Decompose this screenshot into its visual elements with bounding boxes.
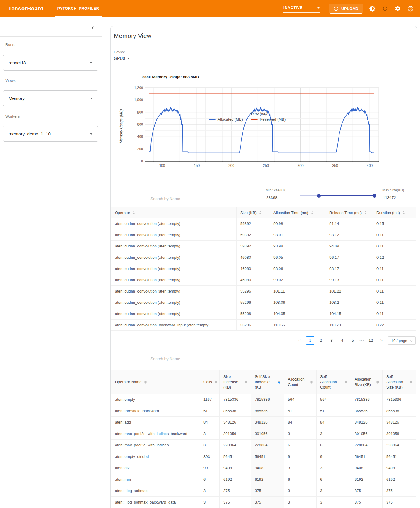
settings-button[interactable] (394, 5, 401, 12)
legend-label: Reserved (MB) (260, 117, 286, 122)
pagination-page-button[interactable]: 4 (338, 336, 346, 345)
table-cell: 56451 (351, 451, 383, 462)
pagination: <12345•••12>10 / page (111, 336, 416, 345)
pagination-page-button[interactable]: 3 (327, 336, 336, 345)
table-cell: 9408 (220, 462, 251, 474)
top-bar: TensorBoard PYTORCH_PROFILER INACTIVE UP… (0, 0, 420, 17)
table-cell: 6 (284, 474, 317, 485)
table-row: aten::max_pool2d_with_indices_backward33… (111, 428, 416, 440)
device-select[interactable]: GPU0 (114, 56, 131, 63)
sort-icon (310, 381, 313, 384)
table-cell: 375 (220, 485, 251, 497)
pagination-page-button[interactable]: 5 (349, 336, 357, 345)
table-cell: aten::cudnn_convolution (aten::empty) (111, 218, 237, 229)
workers-select[interactable]: memory_demo_1_10 (3, 126, 98, 142)
pagination-prev-button[interactable]: < (295, 336, 304, 345)
table-cell: 348126 (351, 417, 383, 428)
table-cell: 59392 (237, 229, 270, 241)
table-cell: 301056 (251, 428, 284, 440)
pagination-page-button[interactable]: 2 (317, 336, 325, 345)
table-cell: 375 (351, 485, 383, 497)
table-cell: 93.01 (270, 229, 326, 241)
x-tick-label: 300 (298, 164, 304, 168)
column-header-sort[interactable]: Operator Name (111, 370, 200, 394)
legend-label: Allocated (MB) (218, 117, 243, 122)
help-button[interactable] (407, 5, 414, 12)
column-header-sort[interactable]: Self Size Increase (KB) (251, 370, 284, 394)
table-cell: 564 (284, 394, 317, 405)
column-header-sort[interactable]: Release Time (ms) (326, 207, 373, 218)
table-cell: aten::cudnn_convolution_backward_input (… (111, 320, 237, 331)
status-label: INACTIVE (283, 6, 303, 10)
pagination-ellipsis[interactable]: ••• (359, 338, 364, 343)
refresh-icon (382, 5, 388, 12)
sort-icon (311, 211, 313, 214)
sidebar: Runs resnet18 Views Memory Workers memor… (0, 17, 102, 508)
table-cell: 101.11 (270, 286, 326, 297)
search-input-operators[interactable] (150, 355, 213, 363)
memory-events-table: OperatorSize (KB)Allocation Time (ms)Rel… (111, 207, 416, 331)
table-cell: aten::_log_softmax (111, 485, 200, 497)
table-cell: 6 (317, 474, 351, 485)
table-row: aten::max_pool2d_with_indices32288642288… (111, 440, 416, 451)
search-input[interactable] (150, 195, 213, 203)
table-cell: 0.12 (373, 252, 416, 263)
column-header-sort[interactable]: Allocation Size (KB) (351, 370, 383, 394)
table-cell: aten::cudnn_convolution (aten::empty) (111, 274, 237, 286)
tab-pytorch-profiler[interactable]: PYTORCH_PROFILER (55, 0, 102, 17)
table-cell: 59392 (237, 241, 270, 252)
page-size-select[interactable]: 10 / page (388, 336, 416, 345)
column-header-sort[interactable]: Calls (200, 370, 220, 394)
size-range-slider[interactable] (300, 190, 376, 202)
pagination-page-button[interactable]: 12 (367, 336, 375, 345)
views-select[interactable]: Memory (3, 90, 98, 106)
min-size-input[interactable] (266, 194, 296, 202)
column-header-sort[interactable]: Duration (ms) (373, 207, 416, 218)
column-header-sort[interactable]: Size (KB) (237, 207, 270, 218)
table-row: aten::cudnn_convolution (aten::empty)460… (111, 274, 416, 286)
column-header-sort[interactable]: Allocation Time (ms) (270, 207, 326, 218)
chevron-down-icon (410, 339, 413, 342)
table-cell: 0.15 (373, 218, 416, 229)
table-cell: 84 (284, 417, 317, 428)
chart-x-axis-label: Time (ms) (200, 111, 318, 116)
table-cell: 46080 (237, 252, 270, 263)
table-cell: 84 (317, 417, 351, 428)
table-cell: 6 (284, 440, 317, 451)
chevron-left-icon (90, 25, 95, 31)
table-cell: 7815336 (251, 394, 284, 405)
refresh-button[interactable] (381, 5, 389, 12)
column-header-sort[interactable]: Self Allocation Size (KB) (383, 370, 416, 394)
status-dropdown[interactable]: INACTIVE (283, 4, 320, 13)
table-cell: 0.11 (373, 286, 416, 297)
sidebar-collapse-button[interactable] (89, 24, 97, 32)
table-cell: 98.06 (270, 263, 326, 274)
column-header-sort[interactable]: Size Increase (KB) (220, 370, 251, 394)
slider-handle-max[interactable] (373, 194, 376, 198)
max-size-input[interactable] (382, 194, 413, 202)
legend-swatch (209, 119, 216, 120)
slider-handle-min[interactable] (317, 194, 321, 198)
table-cell: 375 (383, 485, 416, 497)
table-row: aten::cudnn_convolution (aten::empty)460… (111, 263, 416, 274)
table-cell: 375 (351, 496, 383, 508)
column-header-label: Self Allocation Size (KB) (386, 374, 407, 390)
column-header-sort[interactable]: Allocation Count (284, 370, 317, 394)
runs-select[interactable]: resnet18 (3, 55, 98, 71)
column-header-sort[interactable]: Operator (111, 207, 237, 218)
table-cell: 9408 (351, 462, 383, 474)
table-cell: aten::cudnn_convolution (aten::empty) (111, 229, 237, 241)
table-cell: aten::_log_softmax_backward_data (111, 496, 200, 508)
table-cell: aten::cudnn_convolution (aten::empty) (111, 252, 237, 263)
table-cell: 51 (284, 405, 317, 417)
table-cell: 110.78 (326, 320, 373, 331)
column-header-sort[interactable]: Self Allocation Count (317, 370, 351, 394)
table-row: aten::_log_softmax_backward_data33753753… (111, 496, 416, 508)
pagination-next-button[interactable]: > (377, 336, 386, 345)
brightness-toggle-button[interactable] (369, 5, 376, 12)
table-cell: 46080 (237, 263, 270, 274)
chevron-down-icon (90, 98, 93, 99)
pagination-page-button[interactable]: 1 (306, 336, 314, 345)
info-icon (334, 6, 339, 11)
upload-button[interactable]: UPLOAD (329, 4, 363, 14)
